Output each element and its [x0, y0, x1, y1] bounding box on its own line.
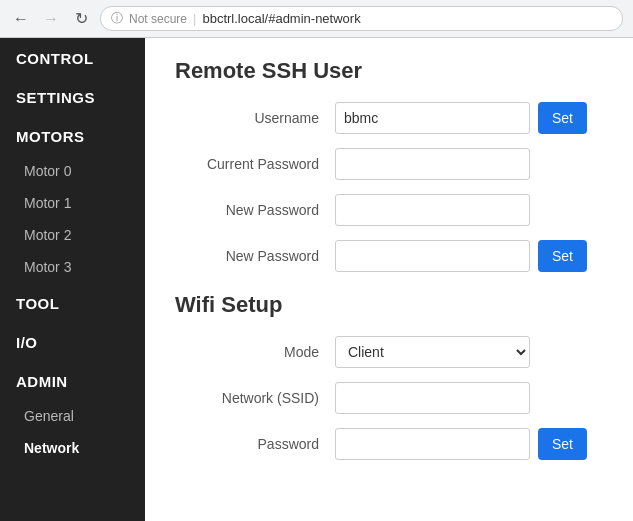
sidebar-item-motor2[interactable]: Motor 2 — [0, 219, 145, 251]
lock-icon: ⓘ — [111, 10, 123, 27]
new-password2-group: New Password Set — [175, 240, 603, 272]
sidebar-item-io[interactable]: I/O — [0, 322, 145, 361]
current-password-group: Current Password — [175, 148, 603, 180]
mode-label: Mode — [175, 344, 335, 360]
sidebar-item-motor1[interactable]: Motor 1 — [0, 187, 145, 219]
wifi-password-label: Password — [175, 436, 335, 452]
main-content: Remote SSH User Username Set Current Pas… — [145, 38, 633, 521]
sidebar-item-network[interactable]: Network — [0, 432, 145, 464]
wifi-section-title: Wifi Setup — [175, 292, 603, 318]
url-text: bbctrl.local/#admin-network — [202, 11, 360, 26]
current-password-input[interactable] — [335, 148, 530, 180]
username-group: Username Set — [175, 102, 603, 134]
new-password2-input[interactable] — [335, 240, 530, 272]
ssid-input[interactable] — [335, 382, 530, 414]
sidebar-item-settings[interactable]: SETTINGS — [0, 77, 145, 116]
sidebar-item-motors[interactable]: MOTORS — [0, 116, 145, 155]
browser-bar: ← → ↻ ⓘ Not secure | bbctrl.local/#admin… — [0, 0, 633, 38]
username-set-button[interactable]: Set — [538, 102, 587, 134]
username-label: Username — [175, 110, 335, 126]
new-password-group: New Password — [175, 194, 603, 226]
new-password-label: New Password — [175, 202, 335, 218]
reload-button[interactable]: ↻ — [70, 8, 92, 30]
ssid-label: Network (SSID) — [175, 390, 335, 406]
app-body: CONTROL SETTINGS MOTORS Motor 0 Motor 1 … — [0, 38, 633, 521]
new-password2-label: New Password — [175, 248, 335, 264]
sidebar-item-admin[interactable]: ADMIN — [0, 361, 145, 400]
password-set-button[interactable]: Set — [538, 240, 587, 272]
new-password-input[interactable] — [335, 194, 530, 226]
current-password-label: Current Password — [175, 156, 335, 172]
wifi-password-input[interactable] — [335, 428, 530, 460]
sidebar: CONTROL SETTINGS MOTORS Motor 0 Motor 1 … — [0, 38, 145, 521]
wifi-password-group: Password Set — [175, 428, 603, 460]
ssid-group: Network (SSID) — [175, 382, 603, 414]
sidebar-item-control[interactable]: CONTROL — [0, 38, 145, 77]
back-button[interactable]: ← — [10, 8, 32, 30]
wifi-set-button[interactable]: Set — [538, 428, 587, 460]
separator: | — [193, 11, 196, 26]
not-secure-label: Not secure — [129, 12, 187, 26]
mode-select[interactable]: Client Access Point Disabled — [335, 336, 530, 368]
mode-group: Mode Client Access Point Disabled — [175, 336, 603, 368]
address-bar[interactable]: ⓘ Not secure | bbctrl.local/#admin-netwo… — [100, 6, 623, 31]
sidebar-item-motor3[interactable]: Motor 3 — [0, 251, 145, 283]
sidebar-item-tool[interactable]: TOOL — [0, 283, 145, 322]
sidebar-item-motor0[interactable]: Motor 0 — [0, 155, 145, 187]
username-input[interactable] — [335, 102, 530, 134]
forward-button[interactable]: → — [40, 8, 62, 30]
ssh-section-title: Remote SSH User — [175, 58, 603, 84]
sidebar-item-general[interactable]: General — [0, 400, 145, 432]
